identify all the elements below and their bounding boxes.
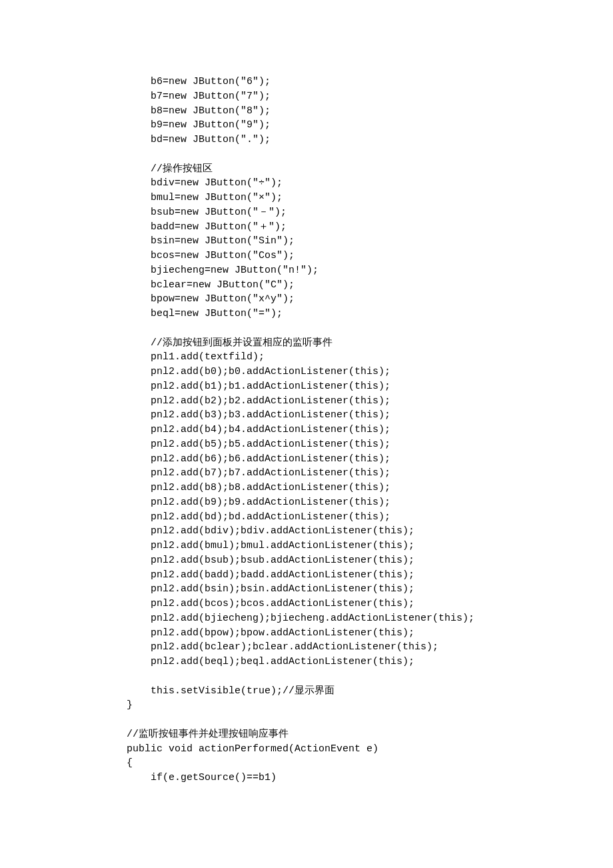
- code-line: pnl2.add(bclear);bclear.addActionListene…: [127, 640, 613, 655]
- code-line: b9=new JButton("9");: [127, 118, 613, 133]
- code-line: b6=new JButton("6");: [127, 75, 613, 89]
- code-line: pnl2.add(beql);beql.addActionListener(th…: [127, 655, 613, 669]
- code-line: pnl2.add(b9);b9.addActionListener(this);: [127, 495, 613, 510]
- code-line: bpow=new JButton("x^y");: [127, 292, 613, 307]
- code-line: pnl2.add(bsub);bsub.addActionListener(th…: [127, 553, 613, 568]
- code-line: pnl2.add(b6);b6.addActionListener(this);: [127, 452, 613, 467]
- code-line: bd=new JButton(".");: [127, 133, 613, 147]
- code-line: badd=new JButton("＋");: [127, 220, 613, 235]
- code-line: bclear=new JButton("C");: [127, 278, 613, 293]
- code-line: {: [127, 756, 613, 771]
- code-line: pnl2.add(b3);b3.addActionListener(this);: [127, 408, 613, 423]
- code-line: pnl2.add(bpow);bpow.addActionListener(th…: [127, 626, 613, 641]
- code-line: [127, 669, 613, 684]
- code-line: this.setVisible(true);//显示界面: [127, 684, 613, 699]
- code-line: pnl2.add(b8);b8.addActionListener(this);: [127, 481, 613, 495]
- code-line: bdiv=new JButton("÷");: [127, 176, 613, 191]
- code-line: pnl2.add(b0);b0.addActionListener(this);: [127, 365, 613, 379]
- code-line: [127, 713, 613, 727]
- code-line: public void actionPerformed(ActionEvent …: [127, 742, 613, 757]
- code-line: pnl2.add(b4);b4.addActionListener(this);: [127, 423, 613, 437]
- code-line: pnl1.add(textfild);: [127, 350, 613, 365]
- code-line: [127, 147, 613, 162]
- code-line: bsin=new JButton("Sin");: [127, 234, 613, 249]
- code-line: }: [127, 698, 613, 713]
- code-line: beql=new JButton("=");: [127, 307, 613, 321]
- code-line: b8=new JButton("8");: [127, 104, 613, 119]
- code-line: //添加按钮到面板并设置相应的监听事件: [127, 336, 613, 351]
- code-line: pnl2.add(bmul);bmul.addActionListener(th…: [127, 539, 613, 553]
- code-line: pnl2.add(b5);b5.addActionListener(this);: [127, 437, 613, 452]
- code-line: bjiecheng=new JButton("n!");: [127, 263, 613, 278]
- code-line: bsub=new JButton("－");: [127, 205, 613, 220]
- code-line: [127, 321, 613, 336]
- code-line: pnl2.add(bcos);bcos.addActionListener(th…: [127, 597, 613, 611]
- code-line: pnl2.add(b7);b7.addActionListener(this);: [127, 466, 613, 481]
- code-line: pnl2.add(b1);b1.addActionListener(this);: [127, 379, 613, 394]
- code-line: bcos=new JButton("Cos");: [127, 249, 613, 263]
- code-line: pnl2.add(bsin);bsin.addActionListener(th…: [127, 582, 613, 597]
- code-line: pnl2.add(bdiv);bdiv.addActionListener(th…: [127, 524, 613, 539]
- code-line: pnl2.add(bjiecheng);bjiecheng.addActionL…: [127, 611, 613, 626]
- code-line: pnl2.add(bd);bd.addActionListener(this);: [127, 510, 613, 525]
- code-line: //监听按钮事件并处理按钮响应事件: [127, 727, 613, 742]
- code-line: bmul=new JButton("×");: [127, 191, 613, 205]
- code-line: b7=new JButton("7");: [127, 89, 613, 104]
- code-line: //操作按钮区: [127, 162, 613, 177]
- code-line: pnl2.add(badd);badd.addActionListener(th…: [127, 568, 613, 583]
- code-block: b6=new JButton("6"); b7=new JButton("7")…: [127, 75, 613, 785]
- document-page: b6=new JButton("6"); b7=new JButton("7")…: [0, 0, 613, 868]
- code-line: pnl2.add(b2);b2.addActionListener(this);: [127, 394, 613, 409]
- code-line: if(e.getSource()==b1): [127, 771, 613, 785]
